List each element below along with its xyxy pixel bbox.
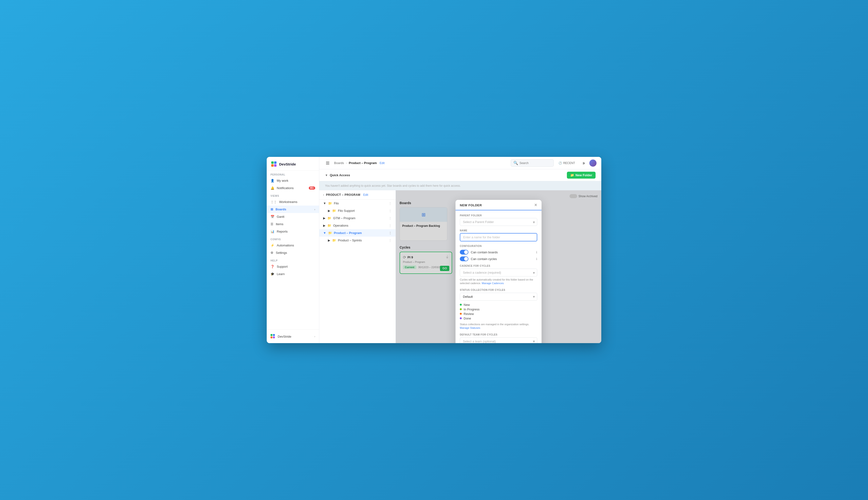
quick-access-bar: ▼ Quick Access 📁 New Folder xyxy=(319,169,601,181)
sidebar-item-label: Workstreams xyxy=(279,200,297,204)
configuration-group: CONFIGURATION Can contain boards ℹ Can c… xyxy=(460,245,537,261)
page-area: ▼ Quick Access 📁 New Folder You haven't … xyxy=(319,169,601,343)
sidebar-expand-icon xyxy=(326,161,330,165)
config-section-label: CONFIG xyxy=(267,235,319,242)
boards-info-icon[interactable]: ℹ xyxy=(536,250,537,254)
back-button[interactable]: ‹ xyxy=(323,193,324,196)
folder-icon: 📁 xyxy=(332,239,336,242)
can-contain-boards-toggle[interactable] xyxy=(460,250,468,254)
sidebar-item-support[interactable]: ❓ Support xyxy=(267,263,319,270)
default-team-label: DEFAULT TEAM FOR CYCLES xyxy=(460,333,537,336)
svg-rect-6 xyxy=(273,334,275,336)
chevron-down-icon: ▼ xyxy=(323,231,326,235)
status-label: Review xyxy=(464,312,474,316)
can-contain-cycles-toggle[interactable] xyxy=(460,257,468,261)
svg-rect-11 xyxy=(326,164,329,164)
modal-close-button[interactable]: ✕ xyxy=(534,203,537,207)
folder-item-product-sprints[interactable]: ▶ 📁 Product – Sprints ⋮ xyxy=(319,237,396,244)
sidebar-item-my-work[interactable]: 👤 My work xyxy=(267,177,319,184)
folder-menu-icon[interactable]: ⋮ xyxy=(389,231,392,235)
parent-folder-select-wrapper[interactable]: Select a Parent Folder xyxy=(460,218,537,226)
recent-label: RECENT xyxy=(563,161,575,165)
modal-header: NEW FOLDER ✕ xyxy=(456,200,542,211)
folder-menu-icon[interactable]: ⋮ xyxy=(389,216,392,220)
folder-item-operations[interactable]: ▶ 📁 Operations ⋮ xyxy=(319,222,396,229)
status-item-in-progress: In Progress xyxy=(460,307,537,311)
folder-item-product-program[interactable]: ▼ 📁 Product – Program ⋮ xyxy=(319,229,396,237)
team-select[interactable]: Select a team (optional) xyxy=(460,337,537,343)
new-folder-button[interactable]: 📁 New Folder xyxy=(567,172,596,179)
search-box[interactable]: 🔍 xyxy=(511,159,554,167)
sidebar-item-label: Items xyxy=(276,222,283,226)
sidebar-item-settings[interactable]: ⚙ Settings xyxy=(267,249,319,257)
status-collection-select-wrapper[interactable]: Default xyxy=(460,293,537,300)
sidebar-item-automations[interactable]: ⚡ Automations xyxy=(267,242,319,249)
cadence-helper-text: Cycles will be automatically created for… xyxy=(460,278,537,285)
topbar: Boards › Product – Program Edit 🔍 🕐 RECE… xyxy=(319,157,601,169)
folder-name-input[interactable] xyxy=(460,233,537,241)
status-helper: Status collections are managed in the or… xyxy=(460,323,529,326)
folder-menu-icon[interactable]: ⋮ xyxy=(389,239,392,242)
breadcrumb-boards[interactable]: Boards xyxy=(334,161,344,165)
can-contain-boards-label: Can contain boards xyxy=(471,250,498,254)
sidebar-item-label: Learn xyxy=(277,272,285,276)
can-contain-cycles-label: Can contain cycles xyxy=(471,257,497,261)
reports-icon: 📊 xyxy=(270,230,274,233)
sidebar-item-gantt[interactable]: 📅 Gantt xyxy=(267,213,319,220)
search-icon: 🔍 xyxy=(513,161,518,165)
folder-icon: 📁 xyxy=(328,202,332,205)
team-select-wrapper[interactable]: Select a team (optional) xyxy=(460,337,537,343)
parent-folder-select[interactable]: Select a Parent Folder xyxy=(460,218,537,226)
expand-sidebar-button[interactable] xyxy=(324,159,331,167)
chevron-right-icon: ▶ xyxy=(323,216,325,220)
folder-menu-icon[interactable]: ⋮ xyxy=(389,202,392,205)
status-list: New In Progress Review xyxy=(460,303,537,321)
folder-menu-icon[interactable]: ⋮ xyxy=(389,224,392,227)
search-input[interactable] xyxy=(520,161,551,165)
cadence-select-wrapper[interactable]: Select a cadence (required) xyxy=(460,269,537,276)
learn-icon: 🎓 xyxy=(270,272,274,276)
manage-cadences-link[interactable]: Manage Cadences xyxy=(482,282,504,285)
folder-icon: 📁 xyxy=(327,216,331,220)
folder-label: Product – Program xyxy=(334,231,362,235)
recent-button[interactable]: 🕐 RECENT xyxy=(556,160,577,166)
breadcrumb-edit-button[interactable]: Edit xyxy=(380,161,385,165)
status-collection-group: STATUS COLLECTION FOR CYCLES Default xyxy=(460,289,537,330)
main-content: Boards › Product – Program Edit 🔍 🕐 RECE… xyxy=(319,157,601,343)
folder-label: Filo Support xyxy=(338,209,355,213)
svg-rect-2 xyxy=(274,161,277,164)
panel-title: PRODUCT – PROGRAM xyxy=(326,193,360,196)
done-status-dot xyxy=(460,317,462,319)
chevron-right-icon: › xyxy=(314,208,315,211)
user-avatar[interactable] xyxy=(589,159,597,167)
sidebar-logo[interactable]: DevStride xyxy=(267,157,319,170)
modal-body: PARENT FOLDER Select a Parent Folder xyxy=(456,211,542,343)
quick-access-empty: You haven't added anything to quick acce… xyxy=(319,181,601,190)
cadence-select[interactable]: Select a cadence (required) xyxy=(460,269,537,276)
folder-menu-icon[interactable]: ⋮ xyxy=(389,209,392,213)
sidebar-item-items[interactable]: ☰ Items xyxy=(267,220,319,228)
sidebar-item-learn[interactable]: 🎓 Learn xyxy=(267,270,319,278)
theme-toggle-button[interactable]: ◑ xyxy=(580,160,587,166)
manage-statuses-link[interactable]: Manage Statuses xyxy=(460,327,480,329)
sidebar-item-reports[interactable]: 📊 Reports xyxy=(267,228,319,235)
panel-edit-button[interactable]: Edit xyxy=(363,193,368,196)
workstreams-icon: ⋮⋮ xyxy=(270,200,277,204)
folder-item-gtm[interactable]: ▶ 📁 GTM – Program ⋮ xyxy=(319,214,396,222)
cycles-info-icon[interactable]: ℹ xyxy=(536,257,537,261)
quick-access-chevron[interactable]: ▼ xyxy=(325,173,328,177)
sidebar-item-workstreams[interactable]: ⋮⋮ Workstreams xyxy=(267,198,319,206)
new-status-dot xyxy=(460,304,462,306)
devstride-logo-icon xyxy=(270,161,277,167)
sidebar-item-label: Notifications xyxy=(277,186,294,190)
folder-item-filo-support[interactable]: ▶ 📁 Filo Support ⋮ xyxy=(319,207,396,214)
modal-overlay[interactable]: NEW FOLDER ✕ PARENT FOLDER Select a Pare xyxy=(396,190,601,343)
sidebar-bottom-item[interactable]: DevStride › xyxy=(267,332,319,341)
right-panel: Show Archived Boards ⊞ Product – Program… xyxy=(396,190,601,343)
items-icon: ☰ xyxy=(270,222,274,226)
status-collection-select[interactable]: Default xyxy=(460,293,537,300)
status-helper-text: Status collections are managed in the or… xyxy=(460,322,537,330)
sidebar-item-boards[interactable]: ⊞ Boards › xyxy=(267,206,319,213)
folder-item-filo[interactable]: ▼ 📁 Filo ⋮ xyxy=(319,200,396,207)
sidebar-item-notifications[interactable]: 🔔 Notifications 99+ xyxy=(267,184,319,192)
